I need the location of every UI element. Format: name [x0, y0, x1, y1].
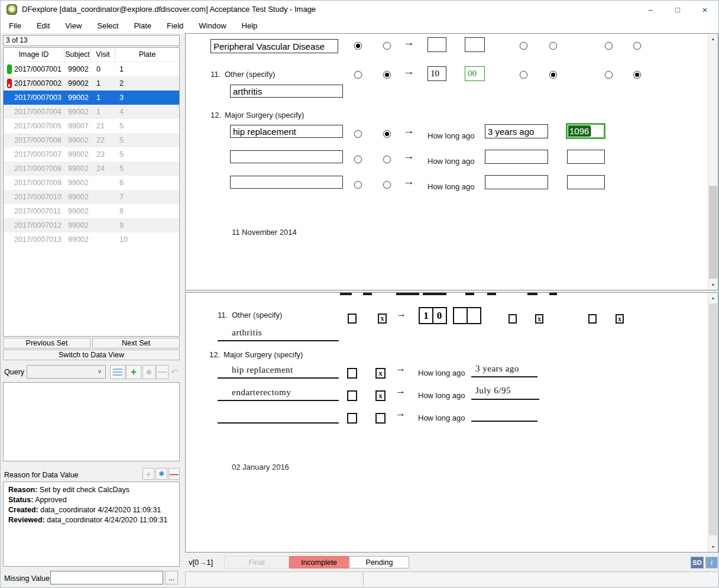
previous-set-button[interactable]: Previous Set: [3, 338, 90, 348]
scroll-up-icon[interactable]: ▲: [708, 293, 718, 303]
pvd-code-field-1[interactable]: [427, 37, 446, 52]
switch-to-data-view-button[interactable]: Switch to Data View: [3, 350, 180, 360]
query-label: Query: [4, 368, 24, 376]
cell-image-id: 2017/0007009: [4, 176, 64, 190]
table-row[interactable]: 2017/0007001 99002 0 1: [4, 62, 179, 76]
table-row-selected[interactable]: 2017/0007003 99002 1 3: [4, 91, 179, 105]
query-undo-button[interactable]: ↶: [169, 365, 180, 379]
table-row[interactable]: 2017/0007011 99002 8: [4, 204, 179, 218]
pvd-code-field-2[interactable]: [465, 37, 485, 52]
col-subject[interactable]: Subject: [64, 48, 91, 62]
surgery1-howlong-field[interactable]: 3 years ago: [485, 124, 548, 138]
surgery2-no-radio[interactable]: [354, 156, 362, 163]
scrollbar-thumb[interactable]: [709, 186, 717, 279]
table-row[interactable]: 2017/0007006 99002 22 5: [4, 133, 179, 147]
table-row[interactable]: 2017/0007008 99002 24 5: [4, 161, 179, 176]
menu-file[interactable]: File: [1, 20, 29, 32]
table-row[interactable]: 2017/0007005 99007 21 5: [4, 119, 179, 133]
scroll-down-icon[interactable]: ▼: [708, 542, 718, 552]
pvd-extra-radio-1[interactable]: [520, 42, 527, 50]
menu-select[interactable]: Select: [89, 20, 126, 32]
query-asterisk-button[interactable]: ✱: [142, 365, 156, 379]
scan-checkbox-empty: [347, 390, 357, 401]
missing-value-browse-button[interactable]: ...: [165, 571, 178, 584]
query-text-area[interactable]: [3, 382, 180, 461]
pvd-yes-radio[interactable]: [354, 42, 362, 50]
menu-edit[interactable]: Edit: [29, 20, 57, 32]
q11-code-field-1[interactable]: 10: [427, 66, 446, 81]
surgery2-howlong-field[interactable]: [485, 150, 548, 164]
query-add-button[interactable]: +: [126, 365, 141, 379]
table-row[interactable]: 2017/0007002 99002 1 2: [4, 76, 179, 91]
reason-asterisk-button[interactable]: ✱: [156, 468, 167, 480]
surgery3-howlong-field[interactable]: [485, 175, 548, 189]
menu-window[interactable]: Window: [191, 20, 234, 32]
scroll-down-icon[interactable]: ▼: [708, 280, 718, 290]
maximize-button[interactable]: □: [664, 1, 691, 18]
scrollbar-thumb[interactable]: [709, 303, 717, 535]
incomplete-button[interactable]: Incomplete: [289, 556, 349, 568]
col-visit[interactable]: Visit: [91, 48, 115, 62]
version-indicator: v[0→1]: [189, 558, 213, 567]
table-row[interactable]: 2017/0007004 99002 1 4: [4, 105, 179, 119]
surgery2-yes-radio[interactable]: [383, 156, 391, 163]
pvd-extra-radio-4[interactable]: [633, 42, 641, 50]
table-row[interactable]: 2017/0007007 99002 23 5: [4, 147, 179, 161]
surgery3-days-field[interactable]: [567, 175, 605, 189]
minimize-button[interactable]: –: [637, 1, 664, 18]
surgery3-yes-radio[interactable]: [383, 181, 391, 189]
table-row[interactable]: 2017/0007010 99002 7: [4, 190, 179, 204]
surgery1-yes-radio[interactable]: [383, 130, 391, 138]
table-row[interactable]: 2017/0007009 99002 6: [4, 176, 179, 190]
pvd-field[interactable]: Peripheral Vascular Disease: [210, 39, 338, 53]
reason-add-button[interactable]: +: [142, 468, 154, 480]
surgery2-specify-field[interactable]: [230, 150, 343, 163]
q11-extra-radio-4[interactable]: [633, 71, 641, 79]
pvd-extra-radio-3[interactable]: [605, 42, 613, 50]
q11-specify-field[interactable]: arthritis: [230, 85, 343, 98]
surgery1-no-radio[interactable]: [354, 130, 362, 138]
arrow-right-icon: →: [396, 408, 406, 419]
surgery1-days-field[interactable]: 1096: [566, 123, 605, 139]
q11-code-field-2[interactable]: 00: [465, 66, 485, 81]
q11-extra-radio-3[interactable]: [605, 71, 613, 79]
cell-visit: 0: [91, 62, 115, 76]
surgery3-specify-field[interactable]: [230, 176, 343, 189]
surgery1-specify-field[interactable]: hip replacement: [230, 125, 343, 138]
menu-view[interactable]: View: [57, 20, 89, 32]
surgery2-howlong-label: How long ago: [427, 157, 475, 166]
close-button[interactable]: ×: [691, 1, 718, 18]
query-list-button[interactable]: [110, 365, 125, 379]
arrow-right-icon: →: [403, 36, 414, 49]
info-button[interactable]: i: [705, 557, 718, 568]
menu-help[interactable]: Help: [234, 20, 265, 32]
image-list-table: Image ID Subject Visit Plate 2017/000700…: [3, 47, 180, 337]
form-date: 11 November 2014: [232, 228, 297, 237]
surgery3-no-radio[interactable]: [354, 181, 362, 189]
q11-yes-radio[interactable]: [383, 71, 391, 79]
table-row[interactable]: 2017/0007012 99002 9: [4, 218, 179, 232]
text-caret: [590, 127, 591, 136]
cropped-box-edge: [363, 293, 372, 295]
reason-remove-button[interactable]: —: [169, 468, 180, 480]
scroll-up-icon[interactable]: ▲: [708, 34, 718, 44]
title-bar: DFexplore [data_coordinator@explore.dfdi…: [1, 1, 718, 18]
table-row[interactable]: 2017/0007013 99002 10: [4, 232, 179, 247]
col-plate[interactable]: Plate: [115, 48, 179, 62]
col-image-id[interactable]: Image ID: [4, 48, 64, 62]
menu-plate[interactable]: Plate: [126, 20, 159, 32]
sd-button[interactable]: SD: [691, 557, 704, 568]
q11-extra-radio-2[interactable]: [549, 71, 557, 79]
pvd-no-radio[interactable]: [383, 42, 391, 50]
next-set-button[interactable]: Next Set: [92, 338, 180, 348]
q11-no-radio[interactable]: [354, 71, 362, 79]
query-remove-button[interactable]: —: [156, 365, 169, 379]
menu-field[interactable]: Field: [159, 20, 191, 32]
pending-button[interactable]: Pending: [349, 556, 409, 568]
pvd-extra-radio-2[interactable]: [549, 42, 557, 50]
query-combobox[interactable]: ∨: [27, 365, 106, 379]
q11-extra-radio-1[interactable]: [520, 71, 527, 79]
surgery2-days-field[interactable]: [567, 150, 605, 164]
missing-value-input[interactable]: [50, 571, 163, 584]
final-button[interactable]: Final: [224, 556, 289, 568]
